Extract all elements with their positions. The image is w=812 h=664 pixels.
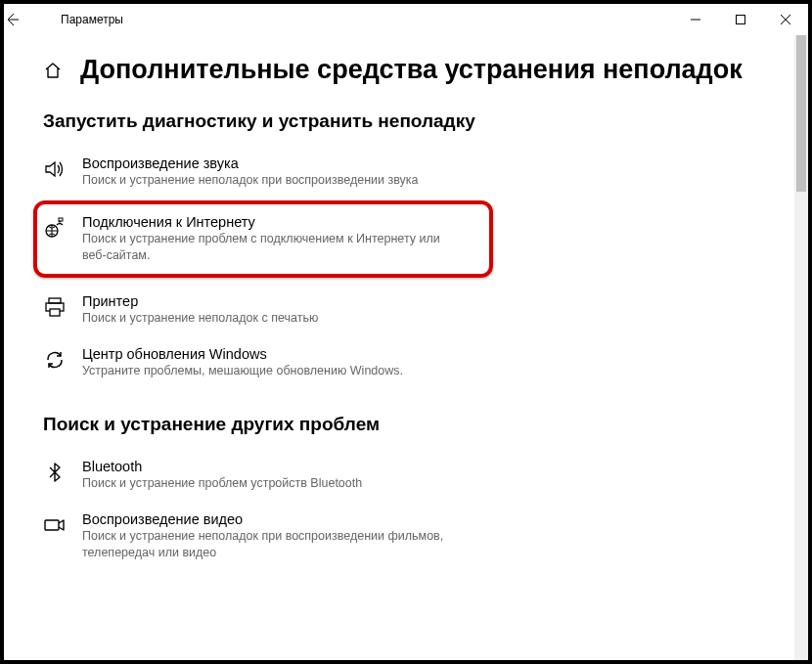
item-desc: Поиск и устранение неполадок при воспрои… xyxy=(82,172,454,189)
item-desc: Устраните проблемы, мешающие обновлению … xyxy=(82,363,454,379)
item-title: Bluetooth xyxy=(82,459,755,474)
item-desc: Поиск и устранение неполадок при воспрои… xyxy=(82,528,454,561)
home-icon[interactable] xyxy=(43,61,63,80)
item-title: Центр обновления Windows xyxy=(82,346,755,362)
section-diagnose-title: Запустить диагностику и устранить непола… xyxy=(43,111,755,132)
svg-rect-3 xyxy=(49,298,61,303)
speaker-icon xyxy=(43,157,67,181)
settings-window: Параметры Дополнительные средства устран… xyxy=(4,4,808,660)
minimize-button[interactable] xyxy=(673,4,718,35)
troubleshoot-item-internet[interactable]: Подключения к Интернету Поиск и устранен… xyxy=(43,208,483,270)
troubleshoot-item-bluetooth[interactable]: Bluetooth Поиск и устранение проблем уст… xyxy=(43,449,755,502)
item-title: Подключения к Интернету xyxy=(82,214,483,230)
bluetooth-icon xyxy=(43,461,67,484)
svg-rect-2 xyxy=(59,218,63,221)
item-title: Принтер xyxy=(82,293,755,309)
svg-rect-0 xyxy=(737,16,745,24)
globe-wifi-icon xyxy=(43,216,67,240)
page-heading: Дополнительные средства устранения непол… xyxy=(80,55,743,85)
app-title: Параметры xyxy=(49,13,123,26)
troubleshoot-item-printer[interactable]: Принтер Поиск и устранение неполадок с п… xyxy=(43,284,755,336)
item-desc: Поиск и устранение проблем с подключение… xyxy=(82,231,454,264)
item-title: Воспроизведение видео xyxy=(82,511,755,527)
video-camera-icon xyxy=(43,513,67,537)
troubleshoot-item-sound[interactable]: Воспроизведение звука Поиск и устранение… xyxy=(43,146,755,199)
printer-icon xyxy=(43,295,67,319)
highlight-annotation: Подключения к Интернету Поиск и устранен… xyxy=(33,200,493,278)
close-button[interactable] xyxy=(763,4,808,35)
maximize-button[interactable] xyxy=(718,4,763,35)
item-desc: Поиск и устранение неполадок с печатью xyxy=(82,310,454,327)
scrollbar-thumb[interactable] xyxy=(796,35,806,192)
back-button[interactable] xyxy=(4,12,49,27)
troubleshoot-item-windows-update[interactable]: Центр обновления Windows Устраните пробл… xyxy=(43,336,755,389)
svg-rect-6 xyxy=(45,520,59,530)
item-title: Воспроизведение звука xyxy=(82,155,755,171)
section-other-title: Поиск и устранение других проблем xyxy=(43,414,755,435)
troubleshoot-item-video[interactable]: Воспроизведение видео Поиск и устранение… xyxy=(43,502,755,571)
titlebar: Параметры xyxy=(4,4,808,35)
content-area: Дополнительные средства устранения непол… xyxy=(4,35,794,660)
sync-icon xyxy=(43,348,67,372)
vertical-scrollbar[interactable] xyxy=(794,35,808,660)
svg-rect-5 xyxy=(50,309,60,316)
item-desc: Поиск и устранение проблем устройств Blu… xyxy=(82,475,454,492)
